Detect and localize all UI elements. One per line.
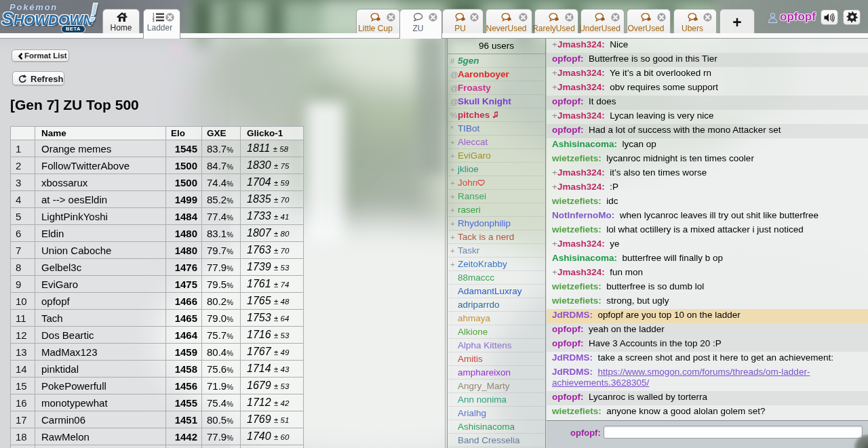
svg-text:3: 3 xyxy=(153,19,155,22)
